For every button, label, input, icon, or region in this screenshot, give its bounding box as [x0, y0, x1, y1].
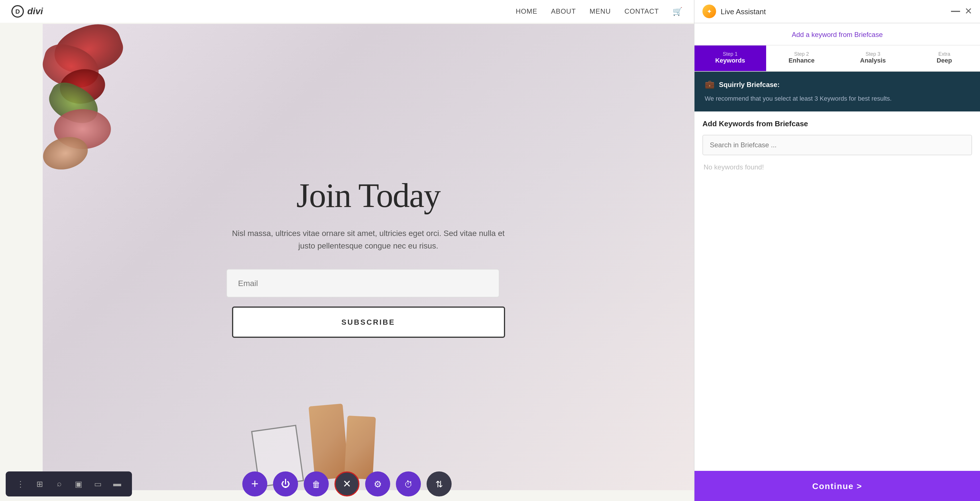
tablet-view-icon[interactable]: ▭	[90, 476, 106, 492]
add-keyword-link-wrapper: Add a keyword from Briefcase	[694, 23, 980, 46]
trash-button[interactable]: 🗑	[304, 471, 329, 496]
settings-button[interactable]: ⚙	[365, 471, 390, 496]
panel-header-left: ✦ Live Assistant	[702, 5, 766, 18]
step-tabs: Step 1 Keywords Step 2 Enhance Step 3 An…	[694, 46, 980, 72]
tab-step2-label: Step 2	[770, 51, 833, 57]
tab-step-analysis[interactable]: Step 3 Analysis	[837, 46, 908, 71]
briefcase-info-box: 💼 Squirrly Briefcase: We recommend that …	[694, 72, 980, 111]
cart-icon[interactable]: 🛒	[673, 7, 682, 16]
hero-section: Join Today Nisl massa, ultrices vitae or…	[43, 24, 694, 490]
tab-extra-label: Extra	[913, 51, 975, 57]
email-input-wrapper	[226, 269, 499, 298]
panel-header: ✦ Live Assistant ✕	[694, 0, 980, 23]
email-input[interactable]	[226, 269, 499, 298]
bottom-toolbar: ⋮ ⊞ ⌕ ▣ ▭ ▬ + ⏻ 🗑 ✕ ⚙ ⏱ ⇅	[0, 467, 694, 501]
more-options-icon[interactable]: ⋮	[13, 476, 29, 492]
briefcase-recommendation-text: We recommend that you select at least 3 …	[705, 94, 970, 103]
add-keyword-from-briefcase-link[interactable]: Add a keyword from Briefcase	[792, 31, 883, 39]
tab-step-enhance[interactable]: Step 2 Enhance	[766, 46, 837, 71]
assistant-avatar: ✦	[702, 5, 716, 18]
tab-keywords-name: Keywords	[699, 57, 761, 64]
logo-letter: D	[15, 8, 20, 15]
briefcase-icon: 💼	[705, 80, 714, 89]
subscribe-button[interactable]: SUBSCRIBE	[232, 307, 505, 338]
tab-analysis-name: Analysis	[842, 57, 904, 64]
continue-button[interactable]: Continue >	[694, 471, 980, 501]
logo: D divi	[11, 5, 43, 17]
tab-step3-label: Step 3	[842, 51, 904, 57]
add-keywords-section: Add Keywords from Briefcase No keywords …	[694, 111, 980, 471]
hero-title: Join Today	[226, 176, 511, 215]
tab-step1-label: Step 1	[699, 51, 761, 57]
logo-icon: D	[11, 5, 24, 17]
tab-enhance-name: Enhance	[770, 57, 833, 64]
hero-subtitle: Nisl massa, ultrices vitae ornare sit am…	[226, 227, 511, 252]
desktop-view-icon[interactable]: ▣	[70, 476, 86, 492]
logo-text: divi	[27, 6, 43, 16]
add-keywords-title: Add Keywords from Briefcase	[702, 119, 972, 128]
nav-links: HOME ABOUT MENU CONTACT 🛒	[515, 7, 682, 16]
close-button[interactable]: ✕	[334, 471, 360, 496]
search-briefcase-input[interactable]	[702, 135, 972, 155]
top-nav: D divi HOME ABOUT MENU CONTACT 🛒	[0, 0, 694, 23]
briefcase-header: 💼 Squirrly Briefcase:	[705, 80, 970, 89]
nav-contact[interactable]: CONTACT	[625, 7, 659, 15]
website-area: D divi HOME ABOUT MENU CONTACT 🛒 Join To…	[0, 0, 694, 501]
nav-home[interactable]: HOME	[515, 7, 537, 15]
sort-button[interactable]: ⇅	[426, 471, 452, 496]
nav-menu[interactable]: MENU	[590, 7, 611, 15]
tab-step-extra[interactable]: Extra Deep	[908, 46, 980, 71]
tab-deep-name: Deep	[913, 57, 975, 64]
flower-decoration-left	[43, 24, 185, 240]
close-panel-button[interactable]: ✕	[965, 7, 972, 16]
panel-close-controls: ✕	[951, 7, 972, 16]
no-keywords-text: No keywords found!	[702, 161, 972, 173]
panel-title: Live Assistant	[721, 7, 766, 16]
briefcase-title: Squirrly Briefcase:	[719, 81, 780, 88]
tab-step-keywords[interactable]: Step 1 Keywords	[694, 46, 766, 71]
search-icon[interactable]: ⌕	[51, 476, 67, 492]
toolbar-left: ⋮ ⊞ ⌕ ▣ ▭ ▬	[6, 471, 132, 496]
hero-content: Join Today Nisl massa, ultrices vitae or…	[226, 176, 511, 338]
nav-about[interactable]: ABOUT	[551, 7, 576, 15]
add-button[interactable]: +	[242, 471, 267, 496]
grid-view-icon[interactable]: ⊞	[32, 476, 48, 492]
mobile-view-icon[interactable]: ▬	[109, 476, 125, 492]
power-button[interactable]: ⏻	[273, 471, 298, 496]
toolbar-center: + ⏻ 🗑 ✕ ⚙ ⏱ ⇅	[242, 471, 452, 496]
assistant-panel: ✦ Live Assistant ✕ Add a keyword from Br…	[694, 0, 980, 501]
history-button[interactable]: ⏱	[396, 471, 421, 496]
minimize-button[interactable]	[951, 11, 960, 12]
